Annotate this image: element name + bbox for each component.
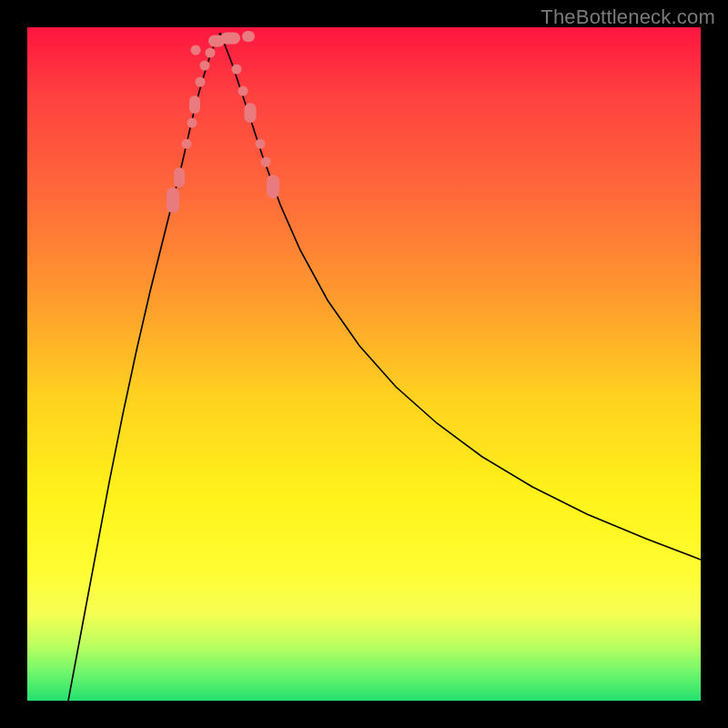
curve-left-branch: [68, 33, 220, 701]
scatter-point: [182, 139, 192, 149]
scatter-point: [220, 33, 240, 45]
scatter-point: [200, 61, 210, 71]
scatter-point: [196, 77, 206, 87]
scatter-point: [167, 187, 179, 213]
scatter-point: [174, 167, 185, 187]
curve-right-branch: [220, 33, 701, 560]
scatter-point: [267, 175, 279, 198]
scatter-point: [232, 65, 242, 75]
scatter-point: [245, 103, 257, 123]
chart-svg: [27, 27, 701, 701]
scatter-point: [242, 31, 255, 42]
scatter-point: [189, 96, 200, 114]
chart-plot-area: [27, 27, 701, 701]
scatter-point: [256, 139, 266, 149]
scatter-point: [187, 118, 197, 128]
scatter-point: [238, 86, 248, 96]
scatter-markers: [167, 31, 279, 213]
scatter-point: [191, 46, 201, 56]
scatter-point: [206, 48, 216, 58]
watermark-text: TheBottleneck.com: [541, 5, 715, 29]
scatter-point: [261, 157, 271, 167]
